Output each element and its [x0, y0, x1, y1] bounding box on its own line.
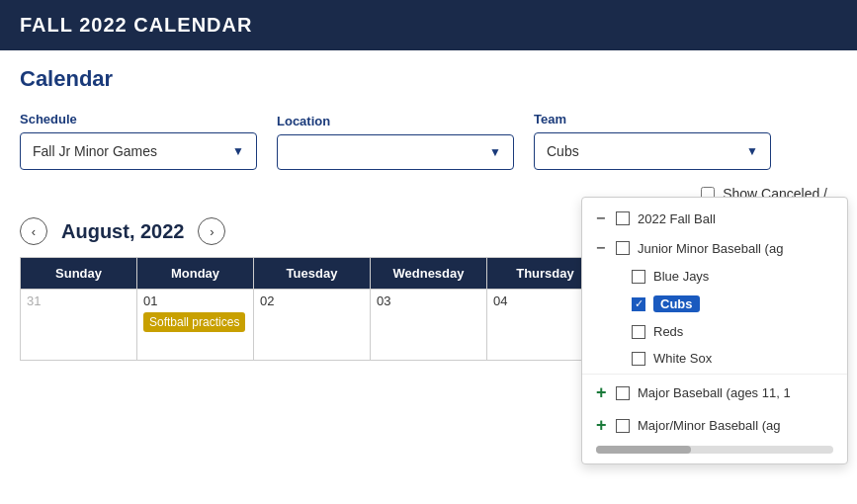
dropdown-label-fall-ball: 2022 Fall Ball	[638, 211, 716, 226]
chevron-down-icon-team: ▼	[746, 144, 758, 158]
calendar-cell-01: 01 Softball practices	[137, 290, 254, 361]
prev-month-button[interactable]: ‹	[20, 217, 47, 245]
schedule-value: Fall Jr Minor Games	[33, 143, 157, 159]
dropdown-item-blue-jays[interactable]: Blue Jays	[582, 263, 847, 290]
col-monday: Monday	[137, 258, 254, 290]
day-number: 31	[27, 294, 41, 308]
dropdown-item-white-sox[interactable]: White Sox	[582, 345, 847, 372]
checkbox-major-minor-baseball[interactable]	[616, 419, 630, 433]
team-value: Cubs	[547, 143, 579, 159]
schedule-select[interactable]: Fall Jr Minor Games ▼	[20, 132, 257, 170]
dropdown-label-white-sox: White Sox	[653, 351, 712, 366]
checkbox-junior-minor[interactable]	[616, 241, 630, 255]
dropdown-label-junior-minor: Junior Minor Baseball (ag	[638, 241, 783, 256]
expand-icon-major: +	[596, 382, 608, 403]
dropdown-label-reds: Reds	[653, 324, 683, 339]
calendar-cell-03: 03	[371, 290, 487, 361]
team-label: Team	[534, 112, 771, 126]
collapse-icon-junior: −	[596, 239, 608, 257]
dropdown-label-major-minor-baseball: Major/Minor Baseball (ag	[638, 418, 781, 433]
schedule-label: Schedule	[20, 112, 257, 126]
month-title: August, 2022	[61, 220, 184, 243]
checkbox-fall-ball[interactable]	[616, 211, 630, 225]
checkbox-reds[interactable]	[632, 325, 645, 339]
team-dropdown: − 2022 Fall Ball − Junior Minor Baseball…	[581, 197, 848, 464]
col-sunday: Sunday	[21, 258, 137, 290]
dropdown-item-junior-minor[interactable]: − Junior Minor Baseball (ag	[582, 233, 847, 263]
scrollbar-track	[596, 446, 833, 454]
checkbox-white-sox[interactable]	[632, 352, 645, 366]
dropdown-item-major-baseball[interactable]: + Major Baseball (ages 11, 1	[582, 377, 847, 409]
location-select[interactable]: ▼	[277, 134, 514, 170]
checkbox-blue-jays[interactable]	[632, 270, 645, 284]
expand-icon-major-minor: +	[596, 415, 608, 436]
collapse-icon: −	[596, 210, 608, 227]
main-content: Calendar Schedule Fall Jr Minor Games ▼ …	[0, 50, 857, 377]
dropdown-item-major-minor-baseball[interactable]: + Major/Minor Baseball (ag	[582, 409, 847, 442]
col-wednesday: Wednesday	[371, 258, 487, 290]
dropdown-label-blue-jays: Blue Jays	[653, 269, 709, 284]
chevron-down-icon: ▼	[232, 144, 244, 158]
page-title: Calendar	[20, 66, 837, 92]
schedule-filter: Schedule Fall Jr Minor Games ▼	[20, 112, 257, 170]
day-number: 04	[493, 294, 507, 308]
filters-row: Schedule Fall Jr Minor Games ▼ Location …	[20, 112, 837, 170]
calendar-cell-31: 31	[21, 290, 137, 361]
day-number: 02	[260, 294, 274, 308]
dropdown-item-reds[interactable]: Reds	[582, 318, 847, 345]
day-number: 01	[143, 294, 157, 308]
location-filter: Location ▼	[277, 114, 514, 170]
col-tuesday: Tuesday	[254, 258, 371, 290]
next-month-button[interactable]: ›	[198, 217, 225, 245]
day-number: 03	[377, 294, 390, 308]
dropdown-item-cubs[interactable]: ✓ Cubs	[582, 290, 847, 318]
chevron-down-icon-location: ▼	[489, 145, 501, 159]
page-header: FALL 2022 CALENDAR	[0, 0, 857, 50]
team-filter: Team Cubs ▼	[534, 112, 771, 170]
scrollbar-thumb[interactable]	[596, 446, 691, 454]
event-softball[interactable]: Softball practices	[143, 312, 245, 332]
checkbox-major-baseball[interactable]	[616, 386, 630, 400]
dropdown-item-fall-ball[interactable]: − 2022 Fall Ball	[582, 204, 847, 233]
header-title: FALL 2022 CALENDAR	[20, 14, 252, 36]
team-select[interactable]: Cubs ▼	[534, 132, 771, 170]
dropdown-label-major-baseball: Major Baseball (ages 11, 1	[638, 385, 791, 400]
calendar-cell-02: 02	[254, 290, 371, 361]
divider	[582, 374, 847, 375]
checkbox-cubs[interactable]: ✓	[632, 297, 645, 311]
dropdown-label-cubs: Cubs	[653, 295, 700, 312]
location-label: Location	[277, 114, 514, 128]
